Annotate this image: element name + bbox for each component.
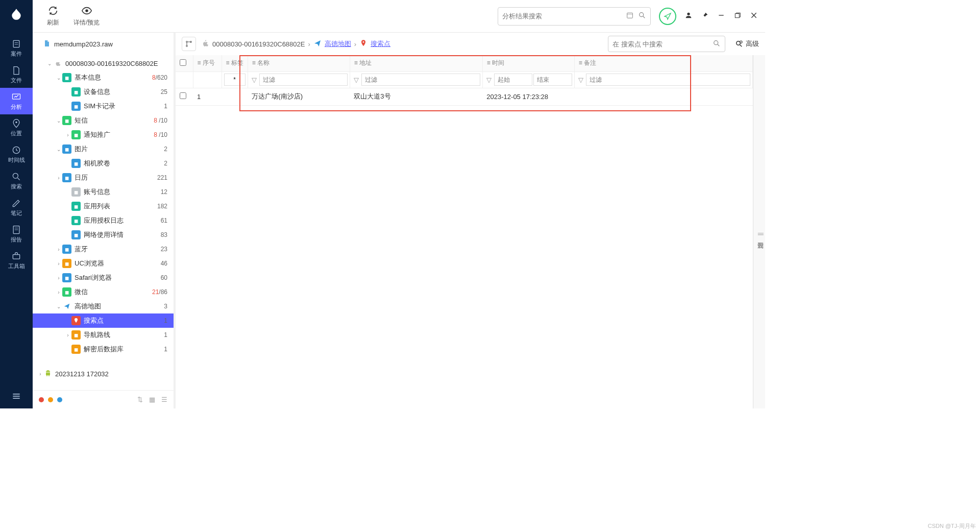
calendar-icon[interactable] [626,11,634,21]
advanced-button[interactable]: 高级 [734,39,759,49]
search-icon[interactable] [638,11,646,21]
tree-item[interactable]: 搜索点1 [33,313,174,328]
svg-rect-16 [627,13,633,18]
chevron-icon[interactable]: › [55,247,62,252]
col-remark[interactable]: ≡ 备注 [574,55,752,71]
tree-bottom-device[interactable]: › 20231213 172032 [33,367,174,381]
db-icon: ◼ [71,345,81,354]
nav-toolbox[interactable]: 工具箱 [0,247,33,274]
tree-item-label: UC浏览器 [75,259,161,268]
tree-file-root[interactable]: memdump2023.raw [33,37,174,51]
chevron-icon[interactable]: › [55,289,62,295]
chevron-icon[interactable]: › [64,132,71,138]
global-search-box[interactable] [498,7,651,26]
tree-item[interactable]: ◼解密后数据库1 [33,342,174,356]
nav-timeline[interactable]: 时间线 [0,141,33,167]
cell-remark [574,88,752,105]
preview-button[interactable]: 详情/预览 [66,5,107,27]
funnel-icon[interactable]: ▽ [250,76,258,84]
tree-item[interactable]: ◼设备信息25 [33,85,174,99]
bc-leaf[interactable]: 搜索点 [371,39,390,49]
filter-icon[interactable]: ⇅ [137,396,143,403]
net-icon: ◼ [71,230,81,239]
cell-tag [222,88,248,105]
branch-icon[interactable] [182,37,196,51]
col-tag[interactable]: ≡ 标签 [222,55,248,71]
chevron-icon[interactable]: › [55,175,62,181]
nav-search[interactable]: 搜索 [0,167,33,194]
tree-item-label: 设备信息 [84,87,161,96]
pin-icon[interactable] [701,11,709,21]
tree-item[interactable]: ◼SIM卡记录1 [33,99,174,113]
col-time[interactable]: ≡ 时间 [482,55,574,71]
row-checkbox[interactable] [180,92,186,99]
col-address[interactable]: ≡ 地址 [350,55,482,71]
tree-item-count: 1 [164,346,167,353]
tree-item-label: 应用列表 [84,202,157,211]
chevron-icon[interactable]: › [55,275,62,281]
send-button[interactable] [659,8,676,25]
tree-item[interactable]: ›◼微信21/86 [33,285,174,299]
tree-item[interactable]: ◼网络使用详情83 [33,228,174,242]
select-all-checkbox[interactable] [180,59,186,66]
grid-icon[interactable]: ▦ [149,396,155,403]
tree-item[interactable]: ›◼日历221 [33,171,174,185]
nav-analysis[interactable]: 分析 [0,88,33,114]
chevron-icon[interactable]: › [55,261,62,267]
tree-item[interactable]: ⌄◼图片2 [33,142,174,156]
maximize-icon[interactable] [733,11,742,21]
tree-item[interactable]: ◼相机胶卷2 [33,156,174,171]
filter-tag[interactable] [224,74,246,86]
bc-app[interactable]: 高德地图 [325,39,351,49]
tree-item[interactable]: ◼账号信息12 [33,185,174,199]
chevron-icon[interactable]: ⌄ [55,147,62,152]
tree-item[interactable]: ⌄◼短信8 /10 [33,113,174,128]
safari-icon: ◼ [62,273,71,282]
column-settings-panel[interactable]: ⦀ 设置列 [753,55,765,408]
global-search-input[interactable] [502,12,626,20]
user-icon[interactable] [684,11,693,21]
tree-item[interactable]: ⌄00008030-001619320C68802E [33,56,174,70]
chevron-icon[interactable]: ⌄ [55,118,62,124]
nav-menu-icon[interactable] [0,384,33,408]
minimize-icon[interactable] [717,11,725,21]
detail-search-input[interactable] [612,40,713,48]
tree-item[interactable]: ›◼Safari浏览器60 [33,271,174,285]
chevron-icon[interactable]: ⌄ [55,304,62,309]
search-icon[interactable] [713,39,721,49]
tree-item[interactable]: ›◼通知推广8 /10 [33,128,174,142]
table-row[interactable]: 1万达广场(南沙店)双山大道3号2023-12-05 17:23:28 [176,88,753,105]
close-icon[interactable] [750,11,758,21]
refresh-button[interactable]: 刷新 [40,5,66,27]
filter-time-start[interactable] [494,74,533,86]
tree-item-label: 基本信息 [75,73,152,82]
filter-time-end[interactable] [533,74,572,86]
nav-case[interactable]: 案件 [0,35,33,61]
funnel-icon[interactable]: ▽ [352,76,360,84]
chevron-icon[interactable]: ⌄ [46,61,53,66]
col-index[interactable]: ≡ 序号 [193,55,222,71]
filter-address[interactable] [361,74,480,86]
tree-item[interactable]: ›◼导航路线1 [33,328,174,342]
funnel-icon[interactable]: ▽ [577,76,585,84]
tree-item[interactable]: ⌄高德地图3 [33,299,174,313]
col-name[interactable]: ≡ 名称 [248,55,350,71]
chevron-icon[interactable]: ⌄ [55,75,62,81]
nav-report[interactable]: 报告 [0,221,33,247]
bc-device[interactable]: 00008030-001619320C68802E [212,40,305,48]
funnel-icon[interactable]: ▽ [485,76,493,84]
tree-item[interactable]: ›◼UC浏览器46 [33,256,174,271]
tree-item[interactable]: ◼应用授权日志61 [33,213,174,228]
chevron-icon[interactable]: › [64,332,71,338]
tree-item[interactable]: ◼应用列表182 [33,199,174,213]
filter-name[interactable] [259,74,348,86]
tree-item[interactable]: ⌄◼基本信息8/620 [33,70,174,85]
nav-file[interactable]: 文件 [0,61,33,88]
nav-notes[interactable]: 笔记 [0,194,33,221]
list-icon[interactable]: ☰ [161,396,167,403]
tree-item[interactable]: ›◼蓝牙23 [33,242,174,256]
amap-icon [62,302,71,311]
nav-location[interactable]: 位置 [0,114,33,141]
detail-search[interactable] [608,36,725,52]
filter-remark[interactable] [586,74,750,86]
